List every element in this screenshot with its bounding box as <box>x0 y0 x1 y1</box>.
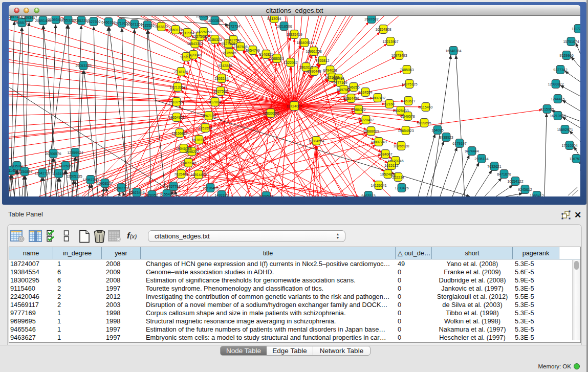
svg-text:8769544: 8769544 <box>259 194 273 196</box>
svg-text:457714: 457714 <box>332 77 344 80</box>
svg-text:6899695: 6899695 <box>417 121 431 125</box>
svg-text:16107552: 16107552 <box>168 100 184 104</box>
svg-text:6794028: 6794028 <box>323 69 337 72</box>
svg-text:19654923: 19654923 <box>398 129 413 133</box>
svg-text:1065412: 1065412 <box>530 194 543 196</box>
svg-text:6179197: 6179197 <box>452 142 466 145</box>
svg-text:8454749: 8454749 <box>246 49 259 52</box>
svg-text:7986322: 7986322 <box>352 108 365 112</box>
svg-text:10025433: 10025433 <box>393 109 408 113</box>
svg-text:746266: 746266 <box>347 85 359 89</box>
svg-text:10688609: 10688609 <box>363 129 379 133</box>
svg-text:1527602: 1527602 <box>86 20 100 24</box>
svg-text:12213967: 12213967 <box>382 40 398 43</box>
svg-text:15720407: 15720407 <box>358 118 374 122</box>
svg-text:16210643: 16210643 <box>550 114 565 118</box>
svg-text:7955812: 7955812 <box>315 59 329 62</box>
svg-text:7632621: 7632621 <box>487 165 501 168</box>
svg-text:2935134: 2935134 <box>474 157 488 161</box>
svg-text:8427552: 8427552 <box>213 90 227 93</box>
svg-text:18807249: 18807249 <box>371 140 386 144</box>
svg-text:21364436: 21364436 <box>343 97 359 100</box>
svg-text:3624554: 3624554 <box>358 91 372 94</box>
svg-text:10933407: 10933407 <box>195 16 211 18</box>
svg-text:2803144: 2803144 <box>214 77 228 80</box>
svg-text:9115460: 9115460 <box>419 105 433 109</box>
svg-text:9657791: 9657791 <box>166 185 180 188</box>
svg-text:9529966: 9529966 <box>559 54 573 57</box>
svg-text:828952: 828952 <box>146 193 158 196</box>
svg-text:15751074: 15751074 <box>563 40 579 43</box>
svg-text:1244415: 1244415 <box>551 97 564 101</box>
svg-text:10958107: 10958107 <box>97 182 113 185</box>
svg-text:15409948: 15409948 <box>180 161 196 165</box>
svg-text:5578312: 5578312 <box>192 138 206 142</box>
svg-text:12359924: 12359924 <box>67 151 83 155</box>
svg-text:3572734: 3572734 <box>226 25 240 28</box>
svg-text:9242848: 9242848 <box>218 64 232 68</box>
svg-text:9777169: 9777169 <box>333 81 347 84</box>
svg-text:8990448: 8990448 <box>307 70 321 73</box>
svg-text:3575685: 3575685 <box>222 51 236 55</box>
svg-text:1733426: 1733426 <box>395 186 408 190</box>
svg-text:16120746: 16120746 <box>387 159 403 163</box>
svg-text:13275085: 13275085 <box>192 35 208 38</box>
svg-text:9245612: 9245612 <box>518 188 532 191</box>
svg-text:2718126: 2718126 <box>174 70 188 74</box>
svg-text:19055713: 19055713 <box>14 21 30 25</box>
svg-text:9474444: 9474444 <box>465 149 478 153</box>
svg-text:8912954: 8912954 <box>180 31 194 35</box>
svg-text:15692971: 15692971 <box>557 128 573 132</box>
svg-text:1588520: 1588520 <box>270 57 284 60</box>
svg-text:8186323: 8186323 <box>208 38 222 41</box>
svg-text:16782759: 16782759 <box>113 186 129 190</box>
svg-text:14136141: 14136141 <box>371 184 386 187</box>
svg-text:19654952: 19654952 <box>168 116 184 119</box>
svg-text:18724007: 18724007 <box>286 104 302 108</box>
svg-text:2367608: 2367608 <box>233 45 247 49</box>
svg-text:23427546: 23427546 <box>225 38 241 42</box>
svg-text:13325419: 13325419 <box>286 33 302 36</box>
svg-text:12213369: 12213369 <box>169 85 185 89</box>
svg-text:9146821: 9146821 <box>259 53 273 56</box>
svg-text:9155433: 9155433 <box>160 192 173 196</box>
svg-text:9084067: 9084067 <box>378 152 392 156</box>
svg-text:1117296: 1117296 <box>572 27 580 31</box>
svg-text:20206576: 20206576 <box>45 152 61 156</box>
svg-text:20897183: 20897183 <box>9 16 23 18</box>
svg-text:16033809: 16033809 <box>207 19 223 23</box>
svg-text:10973493: 10973493 <box>391 54 407 57</box>
svg-text:7515526: 7515526 <box>140 24 154 27</box>
svg-text:12093872: 12093872 <box>548 82 563 86</box>
svg-text:7663822: 7663822 <box>154 25 168 29</box>
svg-text:2349578: 2349578 <box>401 115 415 118</box>
svg-text:10756928: 10756928 <box>393 144 409 148</box>
svg-text:8938923: 8938923 <box>439 136 453 139</box>
svg-text:12342737: 12342737 <box>34 171 50 175</box>
svg-text:19166827: 19166827 <box>171 132 187 135</box>
svg-text:23226058: 23226058 <box>195 30 211 34</box>
svg-text:17957223: 17957223 <box>82 178 98 182</box>
svg-text:29053346: 29053346 <box>75 64 91 68</box>
svg-text:30975867: 30975867 <box>57 164 73 168</box>
svg-text:1615132: 1615132 <box>384 164 398 167</box>
svg-text:12505135: 12505135 <box>66 174 82 178</box>
svg-text:7485063: 7485063 <box>400 68 413 72</box>
svg-text:1167534: 1167534 <box>570 157 580 161</box>
svg-text:1353594: 1353594 <box>198 126 212 130</box>
svg-text:62160: 62160 <box>384 102 395 106</box>
svg-text:12975125: 12975125 <box>401 82 417 86</box>
svg-text:3267130: 3267130 <box>202 114 215 118</box>
svg-text:12830203: 12830203 <box>263 112 278 115</box>
svg-text:2335061: 2335061 <box>10 164 24 168</box>
svg-text:19218506: 19218506 <box>276 25 292 28</box>
svg-text:8813054: 8813054 <box>267 17 281 20</box>
svg-text:10654122: 10654122 <box>507 180 523 183</box>
svg-text:164095: 164095 <box>431 128 443 132</box>
svg-text:16961758: 16961758 <box>306 50 321 53</box>
svg-text:417004: 417004 <box>209 100 221 104</box>
svg-text:1322037: 1322037 <box>284 61 297 64</box>
svg-text:1493188: 1493188 <box>214 193 228 196</box>
svg-text:2687682: 2687682 <box>364 17 378 21</box>
svg-text:18640910: 18640910 <box>296 41 312 45</box>
